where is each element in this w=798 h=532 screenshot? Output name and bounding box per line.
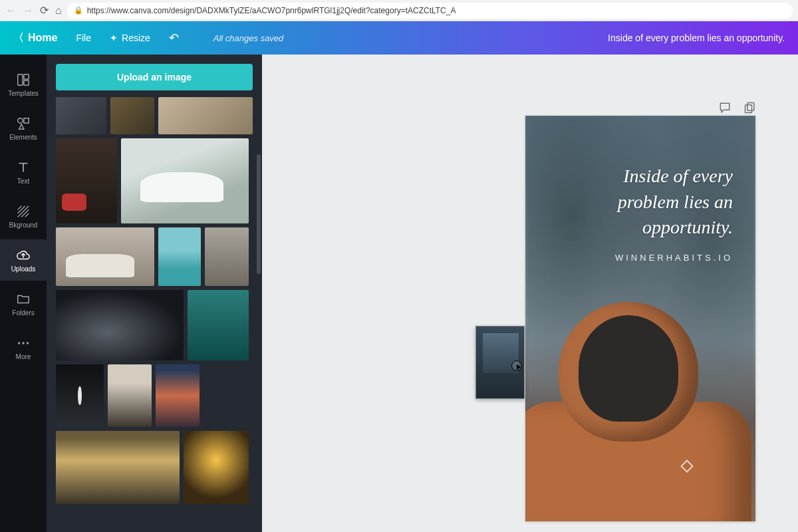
browser-url-field[interactable]: 🔒 https://www.canva.com/design/DADXMkTyl… [67, 3, 793, 19]
home-button[interactable]: 〈 Home [13, 31, 57, 45]
chevron-left-icon: 〈 [13, 31, 24, 45]
tool-elements[interactable]: Elements [0, 108, 47, 149]
browser-nav: ← → ⟳ ⌂ [5, 4, 62, 17]
browser-home-icon[interactable]: ⌂ [55, 5, 62, 17]
background-icon [16, 204, 31, 219]
upload-thumb[interactable] [110, 97, 154, 134]
svg-rect-2 [24, 80, 29, 84]
tool-templates-label: Templates [8, 90, 39, 97]
svg-rect-9 [745, 105, 752, 113]
svg-rect-8 [747, 103, 754, 111]
upload-thumb[interactable] [56, 290, 184, 360]
tool-folders[interactable]: Folders [0, 283, 47, 325]
duplicate-page-icon[interactable] [743, 101, 757, 117]
tool-rail: Templates Elements Text Bkground Uploads… [0, 55, 47, 532]
app-bar: 〈 Home File ✦ Resize ↶ All changes saved… [0, 21, 798, 55]
tool-elements-label: Elements [9, 134, 37, 141]
folders-icon [16, 292, 31, 307]
browser-forward-icon[interactable]: → [23, 5, 33, 17]
design-artboard[interactable]: Inside of every problem lies an opportun… [525, 116, 755, 521]
upload-thumb[interactable] [56, 138, 117, 223]
workspace: Templates Elements Text Bkground Uploads… [0, 55, 798, 532]
credit-text[interactable]: WINNERHABITS.IO [525, 253, 755, 263]
tool-templates[interactable]: Templates [0, 64, 47, 105]
comment-icon[interactable] [718, 101, 732, 117]
upload-thumb[interactable] [108, 364, 152, 427]
quote-text[interactable]: Inside of every problem lies an opportun… [525, 164, 755, 241]
browser-url-text: https://www.canva.com/design/DADXMkTylZE… [87, 6, 456, 15]
lock-icon: 🔒 [74, 6, 83, 15]
tool-more-label: More [16, 353, 31, 360]
file-menu[interactable]: File [76, 33, 91, 43]
svg-point-7 [27, 342, 29, 344]
tool-text[interactable]: Text [0, 152, 47, 193]
sparkle-icon: ✦ [110, 33, 118, 43]
home-label: Home [28, 32, 57, 44]
tool-uploads-label: Uploads [11, 265, 36, 273]
templates-icon [16, 72, 31, 87]
upload-thumb[interactable] [158, 227, 201, 286]
tool-background-label: Bkground [9, 221, 38, 229]
tool-background[interactable]: Bkground [0, 196, 47, 237]
svg-point-6 [22, 342, 24, 344]
foreground-figure [525, 302, 755, 521]
elements-icon [16, 116, 31, 131]
upload-thumb[interactable] [56, 97, 106, 134]
upload-thumb[interactable] [205, 227, 249, 286]
panel-scrollbar[interactable] [257, 154, 261, 274]
dragged-image[interactable] [475, 326, 525, 399]
tool-folders-label: Folders [12, 309, 34, 317]
svg-rect-0 [18, 74, 23, 85]
upload-thumb[interactable] [184, 431, 249, 504]
resize-label: Resize [122, 33, 150, 43]
text-icon [16, 160, 31, 175]
uploads-gallery [47, 97, 262, 532]
svg-rect-1 [24, 74, 29, 78]
upload-thumb[interactable] [188, 290, 249, 360]
save-status: All changes saved [213, 33, 284, 43]
upload-image-button[interactable]: Upload an image [56, 64, 253, 90]
uploads-icon [16, 248, 31, 263]
upload-thumb[interactable] [56, 364, 104, 427]
browser-reload-icon[interactable]: ⟳ [40, 4, 49, 17]
canvas-area[interactable]: Inside of every problem lies an opportun… [262, 55, 798, 532]
browser-back-icon[interactable]: ← [5, 5, 16, 17]
tool-uploads[interactable]: Uploads [0, 239, 47, 281]
tool-more[interactable]: More [0, 327, 47, 368]
svg-point-3 [18, 118, 23, 122]
tool-text-label: Text [17, 178, 29, 185]
resize-menu[interactable]: ✦ Resize [110, 33, 150, 43]
undo-button[interactable]: ↶ [169, 31, 179, 45]
upload-thumb[interactable] [56, 227, 154, 286]
more-icon [16, 336, 31, 350]
document-title[interactable]: Inside of every problem lies an opportun… [608, 33, 785, 43]
upload-thumb[interactable] [156, 364, 200, 427]
upload-thumb[interactable] [158, 97, 253, 134]
browser-bar: ← → ⟳ ⌂ 🔒 https://www.canva.com/design/D… [0, 0, 798, 21]
upload-thumb[interactable] [121, 138, 249, 223]
svg-rect-4 [24, 118, 29, 122]
upload-thumb[interactable] [56, 431, 180, 504]
svg-point-5 [18, 342, 20, 344]
canvas-tools [718, 101, 757, 117]
uploads-panel: Upload an image [47, 55, 262, 532]
